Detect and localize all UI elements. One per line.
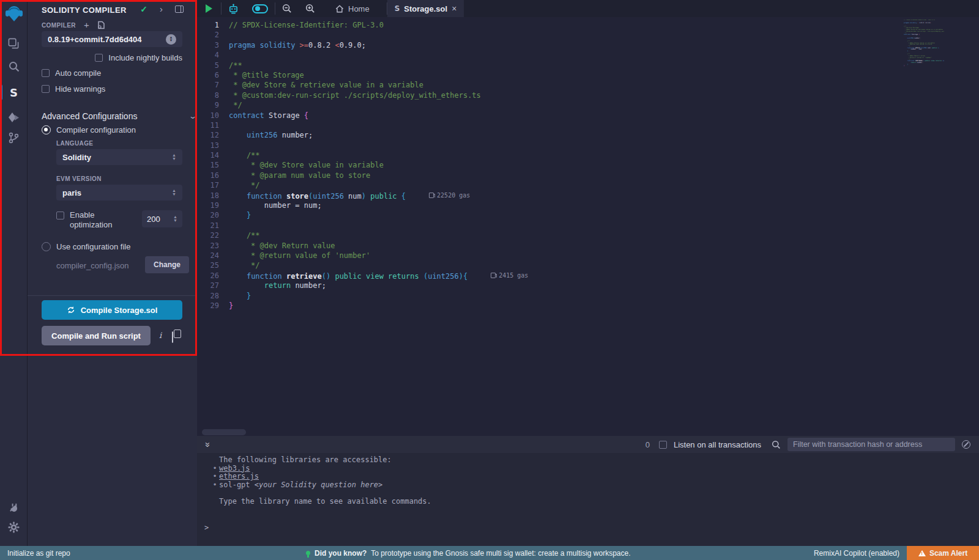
compiler-configuration-radio[interactable]	[42, 125, 51, 134]
code-line[interactable]: 17 */	[197, 180, 528, 190]
line-number: 6	[197, 70, 229, 80]
code-line[interactable]: 19 number = num;	[197, 201, 528, 210]
line-number: 22	[197, 230, 229, 240]
ethers-link[interactable]: ethers.js	[219, 472, 259, 481]
optimization-runs-input[interactable]: 200 ▲▼	[142, 210, 182, 227]
open-compiler-file-icon[interactable]	[97, 21, 105, 29]
code-line[interactable]: 4	[197, 50, 528, 60]
sidebar-item-search[interactable]	[0, 56, 28, 77]
compiler-version-select[interactable]: 0.8.19+commit.7dd6d404 ▲▼	[42, 31, 182, 47]
terminal-line: •web3.js	[219, 465, 979, 473]
status-bar: Initialize as git repo Did you know? To …	[0, 546, 979, 560]
tab-storage-sol[interactable]: S Storage.sol ×	[387, 0, 464, 17]
code-editor[interactable]: 1// SPDX-License-Identifier: GPL-3.023pr…	[197, 17, 979, 436]
terminal-prompt[interactable]: >	[204, 523, 209, 532]
code-line[interactable]: 2	[197, 30, 528, 40]
line-number: 27	[197, 281, 229, 290]
listen-transactions-checkbox[interactable]	[659, 441, 667, 449]
code-line[interactable]: 29}	[197, 301, 528, 311]
code-line[interactable]: 14 /**	[197, 150, 528, 160]
web3-link[interactable]: web3.js	[219, 464, 250, 473]
info-icon[interactable]: i	[159, 331, 162, 340]
change-config-button[interactable]: Change	[145, 256, 189, 273]
add-compiler-icon[interactable]: +	[84, 21, 89, 29]
line-content: */	[229, 180, 260, 190]
config-file-name: compiler_config.json	[56, 261, 129, 270]
stepper-arrows-icon: ▲▼	[173, 215, 177, 223]
terminal-search-icon[interactable]	[772, 440, 781, 449]
line-number: 10	[197, 111, 229, 120]
line-number: 24	[197, 251, 229, 260]
remix-logo[interactable]	[0, 3, 28, 24]
sidebar-item-git[interactable]	[0, 127, 28, 148]
clear-terminal-icon[interactable]	[962, 440, 970, 449]
panel-layout-icon[interactable]	[175, 6, 184, 13]
auto-compile-checkbox[interactable]	[42, 69, 50, 77]
scam-alert-button[interactable]: Scam Alert	[907, 546, 979, 560]
code-line[interactable]: 18 function store(uint256 num) public {2…	[197, 191, 528, 201]
ai-copilot-button[interactable]	[221, 0, 245, 17]
compile-button[interactable]: Compile Storage.sol	[42, 300, 182, 320]
git-init-status[interactable]: Initialize as git repo	[7, 549, 70, 558]
include-nightly-checkbox[interactable]	[95, 54, 103, 62]
code-line[interactable]: 27 return number;	[197, 281, 528, 290]
sidebar-item-deploy-run[interactable]	[0, 108, 28, 128]
code-line[interactable]: 9 */	[197, 100, 528, 110]
code-line[interactable]: 21	[197, 221, 528, 230]
code-line[interactable]: 1// SPDX-License-Identifier: GPL-3.0	[197, 20, 528, 30]
sidebar-item-file-explorer[interactable]	[0, 33, 28, 54]
transaction-filter-input[interactable]	[787, 438, 955, 451]
line-content: * @title Storage	[229, 70, 304, 80]
code-line[interactable]: 15 * @dev Store value in variable	[197, 160, 528, 170]
line-number: 25	[197, 260, 229, 270]
code-line[interactable]: 7 * @dev Store & retrieve value in a var…	[197, 80, 528, 90]
code-line[interactable]: 3pragma solidity >=0.8.2 <0.9.0;	[197, 40, 528, 50]
editor-minimap[interactable]: // SPDX-License-Identifier: GPL-3.0pragm…	[904, 20, 944, 67]
close-tab-icon[interactable]: ×	[452, 4, 456, 13]
copilot-toggle[interactable]	[245, 0, 275, 17]
panel-collapse-icon[interactable]: ›	[160, 4, 163, 14]
enable-optimization-checkbox[interactable]	[56, 212, 64, 219]
code-line[interactable]: 22 /**	[197, 230, 528, 240]
line-number: 5	[197, 61, 229, 70]
code-line[interactable]: 12 uint256 number;	[197, 130, 528, 140]
sidebar-item-settings[interactable]	[0, 517, 28, 537]
horizontal-scrollbar[interactable]	[202, 429, 246, 435]
terminal-body[interactable]: The following libraries are accessible: …	[197, 453, 979, 546]
run-script-button[interactable]	[197, 0, 221, 17]
sidebar-item-solidity-compiler[interactable]: S	[0, 82, 28, 103]
line-content: }	[229, 301, 233, 311]
line-content: * @custom:dev-run-script ./scripts/deplo…	[229, 90, 481, 100]
code-line[interactable]: 24 * @return value of 'number'	[197, 251, 528, 260]
code-line[interactable]: 25 */	[197, 260, 528, 270]
copy-icon[interactable]	[172, 331, 173, 343]
code-line[interactable]: 13	[197, 141, 528, 150]
code-line[interactable]: 5/**	[197, 61, 528, 70]
zoom-out-button[interactable]	[275, 0, 299, 17]
code-line[interactable]: 20 }	[197, 210, 528, 220]
code-line[interactable]: 10contract Storage {	[197, 111, 528, 120]
tab-home[interactable]: Home	[328, 0, 377, 17]
copilot-status: RemixAI Copilot (enabled)	[814, 549, 899, 558]
line-content: /**	[229, 61, 242, 70]
code-line[interactable]: 28 }	[197, 291, 528, 301]
code-line[interactable]: 23 * @dev Return value	[197, 241, 528, 251]
language-select[interactable]: Solidity ▲▼	[56, 149, 182, 165]
line-content: */	[229, 100, 242, 110]
line-number: 1	[197, 20, 229, 30]
zoom-in-button[interactable]	[299, 0, 322, 17]
code-line[interactable]: 26 function retrieve() public view retur…	[197, 271, 528, 281]
use-configuration-file-radio[interactable]	[42, 242, 51, 251]
hide-warnings-checkbox[interactable]	[42, 85, 50, 93]
terminal-collapse-icon[interactable]: »	[203, 442, 214, 447]
code-line[interactable]: 6 * @title Storage	[197, 70, 528, 80]
code-line[interactable]: 11	[197, 120, 528, 130]
sidebar-item-plugin-manager[interactable]	[0, 497, 28, 518]
advanced-configurations-toggle[interactable]: Advanced Configurations ⌄	[42, 111, 196, 121]
line-content: /**	[229, 150, 260, 160]
code-line[interactable]: 16 * @param num value to store	[197, 171, 528, 180]
code-line[interactable]: 8 * @custom:dev-run-script ./scripts/dep…	[197, 90, 528, 100]
line-content: * @param num value to store	[229, 171, 370, 180]
compile-and-run-button[interactable]: Compile and Run script	[42, 326, 151, 345]
evm-version-select[interactable]: paris ▲▼	[56, 185, 182, 201]
